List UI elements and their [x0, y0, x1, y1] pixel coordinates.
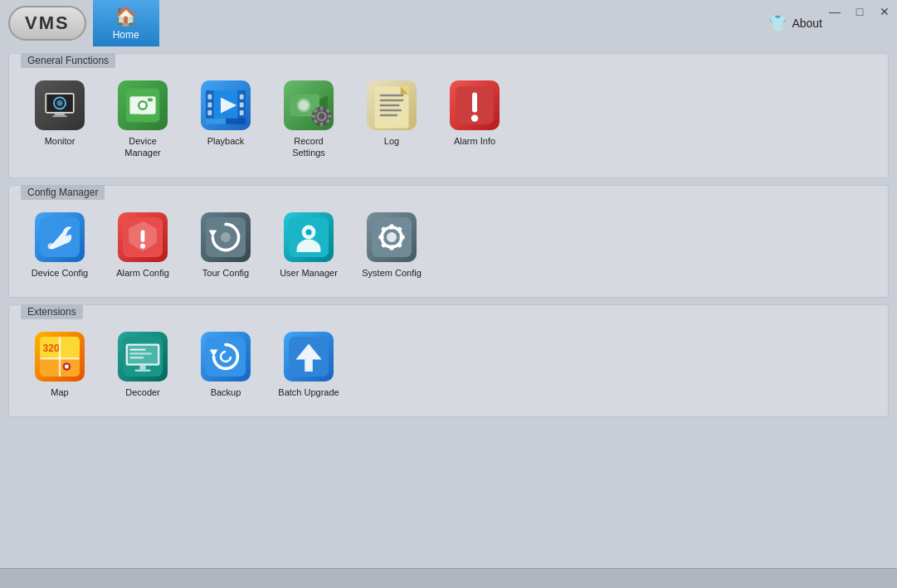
- extensions-label: Extensions: [21, 304, 83, 319]
- log-label: Log: [384, 135, 399, 147]
- svg-rect-5: [52, 115, 67, 117]
- svg-rect-46: [380, 104, 400, 106]
- tour-config-icon-box: [201, 212, 251, 262]
- svg-rect-25: [206, 119, 226, 124]
- svg-rect-19: [207, 110, 212, 115]
- extensions-section: Extensions 320: [8, 304, 889, 417]
- alarm-config-icon-box: [118, 212, 168, 262]
- batch-upgrade-icon-box: [284, 332, 334, 381]
- svg-point-55: [471, 114, 478, 121]
- log-svg: [367, 80, 417, 130]
- svg-text:320: 320: [43, 343, 60, 354]
- log-icon-box: [367, 80, 417, 130]
- config-manager-section: Config Manager Device Config: [8, 185, 889, 298]
- general-functions-grid: Monitor: [22, 75, 875, 164]
- log-item[interactable]: Log: [354, 75, 429, 164]
- svg-rect-20: [240, 95, 244, 100]
- record-settings-icon-box: [284, 80, 334, 130]
- map-label: Map: [51, 386, 68, 398]
- system-config-item[interactable]: System Config: [354, 207, 429, 284]
- device-manager-svg: [118, 80, 168, 130]
- alarm-config-label: Alarm Config: [116, 267, 169, 279]
- batch-upgrade-item[interactable]: Batch Upgrade: [271, 327, 346, 403]
- svg-rect-78: [378, 235, 383, 239]
- svg-rect-96: [129, 352, 151, 354]
- alarm-info-item[interactable]: Alarm Info: [437, 75, 512, 164]
- monitor-item[interactable]: Monitor: [22, 75, 97, 164]
- batch-upgrade-svg: [284, 332, 334, 381]
- playback-label: Playback: [207, 135, 245, 147]
- system-config-svg: [367, 212, 417, 262]
- svg-rect-37: [328, 114, 332, 118]
- user-manager-svg: [284, 212, 334, 262]
- record-settings-item[interactable]: Record Settings: [271, 75, 346, 164]
- tour-config-item[interactable]: Tour Config: [188, 207, 263, 284]
- svg-rect-44: [380, 95, 404, 96]
- playback-item[interactable]: Playback: [188, 75, 263, 164]
- alarm-config-svg: [118, 212, 168, 262]
- batch-upgrade-label: Batch Upgrade: [278, 386, 339, 398]
- svg-rect-79: [400, 235, 405, 239]
- main-content: General Functions Monitor: [0, 46, 897, 424]
- user-manager-icon-box: [284, 212, 334, 262]
- device-manager-icon-box: [118, 80, 168, 130]
- svg-point-90: [65, 364, 69, 368]
- about-button[interactable]: 👕 About: [768, 14, 822, 32]
- map-icon-box: 320: [35, 332, 85, 381]
- tour-config-label: Tour Config: [202, 267, 249, 279]
- backup-svg: [201, 332, 251, 381]
- svg-rect-97: [129, 357, 144, 358]
- restore-button[interactable]: □: [847, 0, 872, 23]
- about-icon: 👕: [768, 14, 787, 32]
- home-tab-label: Home: [113, 29, 139, 41]
- device-config-label: Device Config: [32, 267, 88, 279]
- monitor-svg: [41, 87, 78, 124]
- backup-item[interactable]: Backup: [188, 327, 263, 403]
- minimize-button[interactable]: —: [822, 0, 847, 23]
- svg-rect-99: [134, 369, 150, 371]
- config-manager-label: Config Manager: [21, 185, 105, 200]
- device-manager-item[interactable]: Device Manager: [105, 75, 180, 164]
- record-settings-label: Record Settings: [276, 135, 341, 159]
- svg-rect-98: [139, 366, 145, 370]
- vms-logo: VMS: [8, 6, 86, 41]
- svg-point-63: [140, 243, 145, 248]
- system-config-icon-box: [367, 212, 417, 262]
- user-manager-item[interactable]: User Manager: [271, 207, 346, 284]
- user-manager-label: User Manager: [280, 267, 338, 279]
- device-manager-label: Device Manager: [110, 135, 175, 159]
- svg-rect-36: [312, 114, 316, 118]
- svg-point-67: [221, 232, 231, 242]
- svg-rect-47: [380, 109, 402, 111]
- svg-rect-76: [390, 224, 394, 229]
- record-settings-svg: [284, 80, 334, 130]
- svg-point-13: [136, 114, 139, 117]
- config-manager-grid: Device Config Alarm Config: [22, 207, 875, 284]
- svg-point-75: [387, 232, 397, 242]
- svg-point-3: [56, 100, 62, 106]
- svg-point-30: [299, 100, 309, 110]
- svg-point-10: [139, 102, 145, 108]
- alarm-config-item[interactable]: Alarm Config: [105, 207, 180, 284]
- about-label: About: [792, 17, 822, 30]
- svg-rect-17: [207, 95, 212, 100]
- decoder-item[interactable]: Decoder: [105, 327, 180, 403]
- playback-icon-box: [201, 80, 251, 130]
- close-button[interactable]: ✕: [872, 0, 897, 23]
- device-config-item[interactable]: Device Config: [22, 207, 97, 284]
- alarm-info-svg: [450, 80, 500, 130]
- svg-rect-62: [141, 230, 145, 241]
- alarm-info-icon-box: [450, 80, 500, 130]
- svg-rect-95: [129, 348, 145, 350]
- decoder-label: Decoder: [125, 386, 160, 398]
- map-item[interactable]: 320 Map: [22, 327, 97, 403]
- device-config-svg: [35, 212, 85, 262]
- backup-label: Backup: [211, 386, 241, 398]
- svg-rect-54: [472, 92, 477, 112]
- svg-point-33: [319, 114, 324, 119]
- home-tab[interactable]: 🏠 Home: [93, 0, 159, 46]
- svg-rect-22: [240, 110, 244, 115]
- svg-point-12: [132, 114, 135, 117]
- decoder-svg: [118, 332, 168, 381]
- system-config-label: System Config: [362, 267, 422, 279]
